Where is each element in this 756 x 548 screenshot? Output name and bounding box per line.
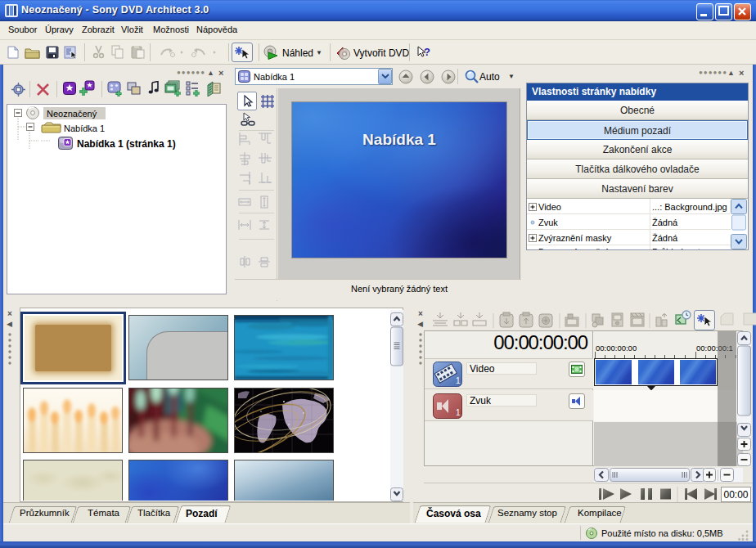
svg-text:1: 1 [456, 408, 461, 417]
svg-text:Nabídka 1 (stránka 1): Nabídka 1 (stránka 1) [77, 138, 176, 150]
svg-text:Nabídka 1: Nabídka 1 [64, 124, 105, 133]
svg-text:1: 1 [456, 376, 461, 385]
svg-text:Neoznačený: Neoznačený [47, 109, 97, 119]
svg-text:?: ? [424, 46, 430, 58]
